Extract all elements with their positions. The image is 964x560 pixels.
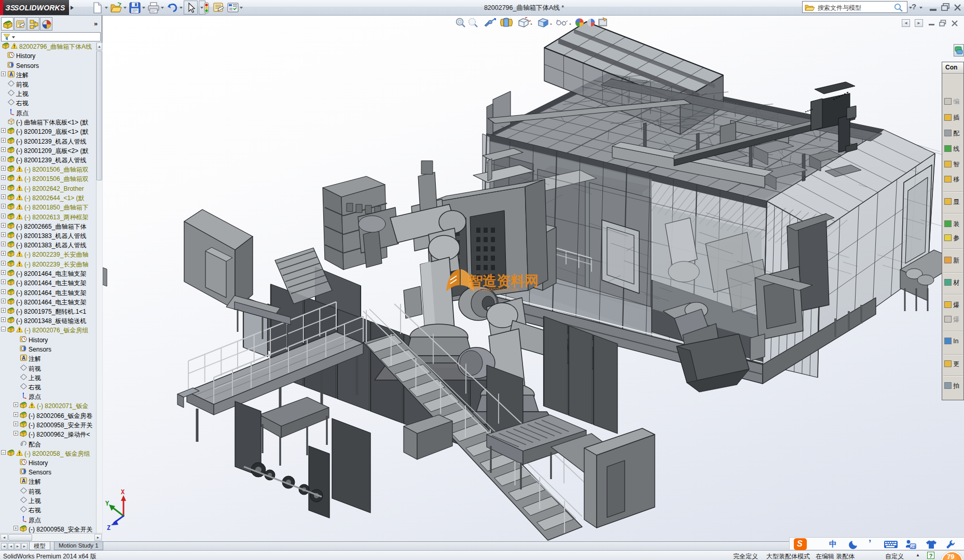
svg-text:A: A	[22, 478, 25, 484]
svg-text:A: A	[22, 355, 25, 361]
svg-text:ЗS: ЗS	[5, 3, 15, 12]
svg-text:WWW.ZHIZAOZILIAO.COM: WWW.ZHIZAOZILIAO.COM	[470, 287, 518, 292]
svg-text:Z: Z	[107, 525, 111, 532]
svg-text:X: X	[121, 489, 125, 496]
svg-text:智造资料网: 智造资料网	[468, 273, 539, 289]
svg-text:25: 25	[911, 544, 916, 549]
svg-text:A: A	[9, 72, 13, 77]
svg-text:Y: Y	[105, 500, 109, 508]
